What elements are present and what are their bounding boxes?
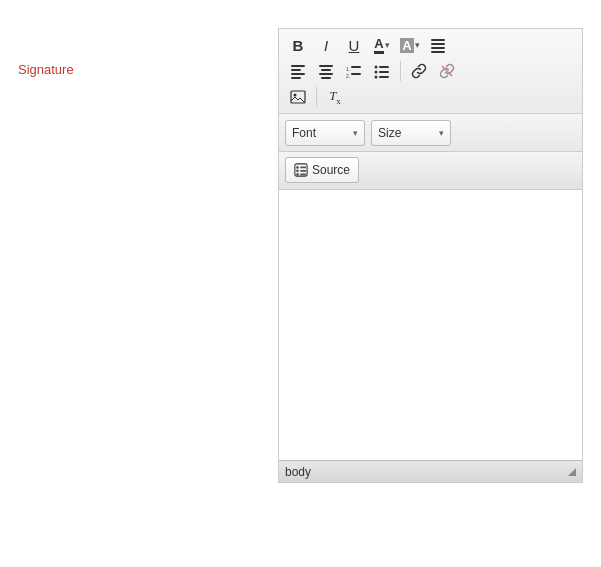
source-row: Source [279, 152, 582, 190]
svg-rect-8 [319, 65, 333, 67]
source-icon [294, 163, 308, 177]
highlight-button[interactable]: A ▾ [397, 33, 423, 57]
svg-rect-10 [319, 73, 333, 75]
italic-button[interactable]: I [313, 33, 339, 57]
svg-rect-15 [351, 73, 361, 75]
svg-rect-11 [321, 77, 331, 79]
svg-line-22 [442, 66, 452, 76]
svg-point-24 [294, 94, 297, 97]
svg-rect-27 [300, 167, 306, 169]
signature-label: Signature [18, 62, 74, 77]
font-color-button[interactable]: A ▾ [369, 33, 395, 57]
dropdown-row: Font ▾ Size ▾ [279, 114, 582, 152]
clear-format-button[interactable]: Tx [322, 85, 348, 109]
numbered-list-button[interactable]: 1. 2. [341, 59, 367, 83]
font-dropdown[interactable]: Font ▾ [285, 120, 365, 146]
underline-button[interactable]: U [341, 33, 367, 57]
link-icon [411, 63, 427, 79]
svg-rect-29 [300, 170, 306, 172]
toolbar-row-3: Tx [285, 85, 576, 109]
align-left-button[interactable] [285, 59, 311, 83]
bold-button[interactable]: B [285, 33, 311, 57]
svg-rect-3 [431, 51, 445, 53]
image-icon [290, 89, 306, 105]
svg-rect-2 [431, 47, 445, 49]
svg-point-26 [296, 166, 299, 169]
link-button[interactable] [406, 59, 432, 83]
bullet-list-icon [374, 63, 390, 79]
toolbar-row-1: B I U A ▾ A ▾ [285, 33, 576, 57]
editor-container: B I U A ▾ A ▾ [278, 28, 583, 483]
svg-rect-9 [321, 69, 331, 71]
align-left-icon [290, 63, 306, 79]
svg-text:2.: 2. [346, 73, 350, 79]
toolbar-separator-2 [316, 87, 317, 107]
svg-point-28 [296, 170, 299, 173]
resize-handle[interactable] [568, 468, 576, 476]
svg-rect-6 [291, 73, 305, 75]
svg-rect-13 [351, 66, 361, 68]
svg-point-16 [375, 66, 378, 69]
unlink-button[interactable] [434, 59, 460, 83]
svg-point-30 [296, 173, 299, 176]
font-dropdown-arrow: ▾ [353, 128, 358, 138]
bullet-list-button[interactable] [369, 59, 395, 83]
svg-rect-4 [291, 65, 305, 67]
svg-point-20 [375, 76, 378, 79]
justify-icon [430, 37, 446, 53]
svg-rect-31 [300, 174, 306, 176]
align-center-icon [318, 63, 334, 79]
svg-rect-19 [379, 71, 389, 73]
svg-rect-1 [431, 43, 445, 45]
size-dropdown-arrow: ▾ [439, 128, 444, 138]
toolbar-row-2: 1. 2. [285, 59, 576, 83]
svg-point-18 [375, 71, 378, 74]
svg-rect-7 [291, 77, 301, 79]
numbered-list-icon: 1. 2. [346, 63, 362, 79]
svg-rect-21 [379, 76, 389, 78]
svg-text:1.: 1. [346, 66, 350, 72]
toolbar: B I U A ▾ A ▾ [279, 29, 582, 114]
toolbar-separator-1 [400, 61, 401, 81]
status-body-label: body [285, 465, 311, 479]
align-center-button[interactable] [313, 59, 339, 83]
status-bar: body [279, 460, 582, 482]
size-dropdown[interactable]: Size ▾ [371, 120, 451, 146]
unlink-icon [439, 63, 455, 79]
svg-rect-5 [291, 69, 301, 71]
editor-area[interactable] [279, 190, 582, 460]
svg-rect-0 [431, 39, 445, 41]
justify-button[interactable] [425, 33, 451, 57]
source-button[interactable]: Source [285, 157, 359, 183]
image-button[interactable] [285, 85, 311, 109]
svg-rect-17 [379, 66, 389, 68]
